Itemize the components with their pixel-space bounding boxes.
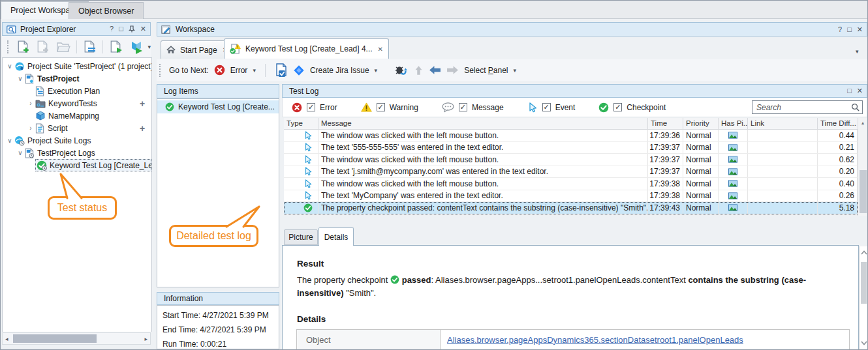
column-header[interactable]: Priority xyxy=(683,118,719,129)
select-panel-button[interactable]: Select Panel xyxy=(464,66,508,75)
error-filter-checkbox[interactable]: ✓ xyxy=(307,103,315,111)
pin-icon[interactable] xyxy=(129,25,135,33)
toolbar-grip[interactable] xyxy=(7,40,10,53)
help-button[interactable]: ? xyxy=(110,25,114,33)
create-jira-issue-button[interactable]: Create Jira Issue xyxy=(310,66,369,75)
log-time: 17:39:37 xyxy=(648,142,683,154)
add-keywordtest-button[interactable]: + xyxy=(140,99,145,108)
scrollbar-thumb[interactable] xyxy=(13,334,97,343)
scroll-up-chevron-icon[interactable] xyxy=(861,250,867,255)
details-scrollbar[interactable] xyxy=(859,246,868,349)
log-row[interactable]: The window was clicked with the left mou… xyxy=(284,130,858,142)
tree-item-namemapping[interactable]: NameMapping xyxy=(3,109,99,122)
chevron-down-icon[interactable]: ∨ xyxy=(5,137,14,144)
warning-icon xyxy=(361,102,372,112)
goto-next-caret[interactable]: ▾ xyxy=(253,67,256,74)
result-heading: Result xyxy=(297,259,324,269)
add-new-item-button[interactable] xyxy=(35,38,52,55)
close-tab-icon[interactable]: ✕ xyxy=(378,46,383,53)
open-item-button[interactable] xyxy=(55,38,72,55)
tree-item-execution-plan[interactable]: Execution Plan xyxy=(3,85,100,97)
toolbar-grip[interactable] xyxy=(159,64,162,77)
column-header[interactable]: Has Pi... xyxy=(719,118,748,129)
checkpoint-filter-checkbox[interactable]: ✓ xyxy=(613,103,622,111)
tree-item-keywordtests[interactable]: › KeywordTests xyxy=(3,97,97,109)
log-row[interactable]: The window was clicked with the left mou… xyxy=(284,178,858,190)
run-options-caret[interactable]: ▾ xyxy=(148,44,151,50)
result-part: The property checkpoint xyxy=(297,275,390,285)
log-row[interactable]: The text 'j.smith@mycompany.com' was ent… xyxy=(284,166,858,179)
log-row[interactable]: The text '555-555-555' was entered in th… xyxy=(284,142,858,154)
chevron-down-icon[interactable]: ∨ xyxy=(16,75,25,82)
column-header[interactable]: Time xyxy=(648,118,683,129)
search-input[interactable] xyxy=(752,100,863,114)
search-icon[interactable] xyxy=(851,103,860,111)
column-header[interactable]: Message xyxy=(318,118,648,129)
object-link[interactable]: Aliases.browser.pageAppsDynamics365.sect… xyxy=(447,335,743,345)
close-button[interactable]: ✕ xyxy=(857,26,863,33)
maximize-button[interactable]: □ xyxy=(119,25,123,33)
log-row-selected[interactable]: The property checkpoint passed: contentT… xyxy=(284,202,858,214)
tree-item-testproject[interactable]: ∨ TestProject xyxy=(3,72,79,85)
back-arrow-icon[interactable] xyxy=(429,65,441,75)
help-button[interactable]: ? xyxy=(838,26,842,33)
tab-start-page[interactable]: Start Page ✕ xyxy=(161,40,234,59)
forward-arrow-icon[interactable] xyxy=(446,65,459,75)
end-time-text: End Time: 4/27/2021 5:39 PM xyxy=(163,325,279,334)
scrollbar-thumb[interactable] xyxy=(860,170,867,213)
result-text: The property checkpoint passed: Aliases.… xyxy=(297,274,852,300)
log-time: 17:39:43 xyxy=(648,202,683,214)
warning-filter-checkbox[interactable]: ✓ xyxy=(377,103,385,111)
add-script-button[interactable]: + xyxy=(140,124,145,133)
chevron-right-icon[interactable]: › xyxy=(26,124,35,132)
organize-tests-button[interactable] xyxy=(82,38,99,55)
scrollbar-thumb[interactable] xyxy=(861,262,867,304)
tab-object-browser[interactable]: Object Browser xyxy=(69,2,144,19)
select-panel-caret[interactable]: ▾ xyxy=(514,67,517,74)
explorer-horizontal-scrollbar[interactable]: ◂ ▸ xyxy=(2,332,151,345)
tab-list-caret[interactable]: ▾ xyxy=(856,48,859,55)
tab-picture[interactable]: Picture xyxy=(284,229,318,245)
tree-item-testproject-logs[interactable]: ∨ TestProject Logs xyxy=(3,147,95,159)
scroll-up-icon[interactable]: ▴ xyxy=(858,118,867,126)
log-items-row[interactable]: Keyword Test Log [Create... xyxy=(157,100,279,113)
tree-item-project-suite-logs[interactable]: ∨ Project Suite Logs xyxy=(3,134,91,147)
log-row[interactable]: The window was clicked with the left mou… xyxy=(284,154,858,166)
project-explorer-tree: ∨ Project Suite 'TestProject' (1 project… xyxy=(2,57,152,332)
goto-next-value[interactable]: Error xyxy=(230,66,248,75)
column-header[interactable]: Link xyxy=(748,118,818,129)
post-results-icon[interactable] xyxy=(275,63,288,78)
tab-keyword-test-log[interactable]: Keyword Test Log [Create_Lead] 4... ✕ xyxy=(224,38,389,59)
tree-item-keyword-test-log[interactable]: Keyword Test Log [Create_Lead xyxy=(35,159,151,171)
column-header[interactable]: Type xyxy=(284,118,318,129)
up-arrow-icon[interactable] xyxy=(413,65,425,75)
close-button[interactable]: ✕ xyxy=(857,87,863,95)
scroll-left-icon[interactable]: ◂ xyxy=(5,336,8,342)
result-part: : Aliases.browser.pageApps...setroot1.pa… xyxy=(431,275,689,285)
add-new-project-button[interactable] xyxy=(15,38,32,55)
maximize-button[interactable]: □ xyxy=(847,87,852,95)
chevron-down-icon[interactable]: ∨ xyxy=(16,149,25,156)
picture-icon xyxy=(728,144,737,151)
column-header[interactable]: Time Diff... xyxy=(818,118,858,129)
event-icon xyxy=(303,179,313,188)
tab-details[interactable]: Details xyxy=(318,227,354,246)
run-project-button[interactable] xyxy=(108,38,125,55)
jira-caret[interactable]: ▾ xyxy=(375,67,378,74)
log-grid-scrollbar[interactable]: ▴ xyxy=(858,118,867,216)
scroll-right-icon[interactable]: ▸ xyxy=(144,336,147,342)
event-icon xyxy=(527,102,538,113)
chevron-down-icon[interactable]: ∨ xyxy=(5,63,14,70)
message-filter-checkbox[interactable]: ✓ xyxy=(459,103,467,111)
event-filter-checkbox[interactable]: ✓ xyxy=(542,103,551,111)
close-button[interactable]: ✕ xyxy=(140,25,146,33)
log-row[interactable]: The text 'MyCompany' was entered in the … xyxy=(284,190,858,203)
tree-item-project-suite[interactable]: ∨ Project Suite 'TestProject' (1 project… xyxy=(3,60,152,72)
filter-label: Warning xyxy=(390,103,418,112)
chevron-right-icon[interactable]: › xyxy=(26,100,35,107)
run-state-icon[interactable] xyxy=(394,64,409,77)
maximize-button[interactable]: □ xyxy=(847,26,852,33)
run-project-suite-button[interactable] xyxy=(128,38,145,55)
tree-item-script[interactable]: › Script xyxy=(3,122,68,134)
scroll-down-chevron-icon[interactable] xyxy=(861,341,867,345)
